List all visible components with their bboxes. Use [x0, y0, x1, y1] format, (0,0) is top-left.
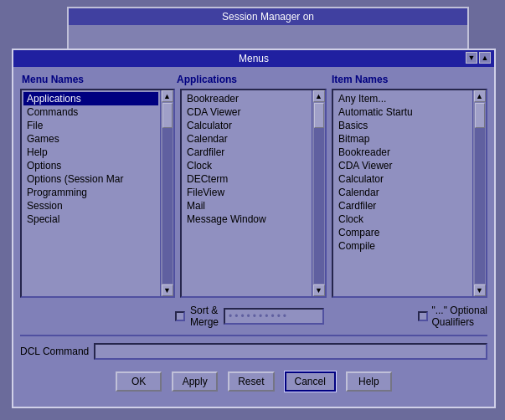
scroll-up-btn[interactable]: ▲ [313, 90, 325, 102]
item-names-header: Item Names [330, 74, 487, 85]
session-manager-titlebar: Session Manager on [69, 8, 467, 25]
applications-header: Applications [175, 74, 330, 85]
help-button[interactable]: Help [346, 371, 392, 392]
list-item[interactable]: Clock [335, 213, 471, 226]
dcl-command-label: DCL Command [20, 346, 89, 357]
item-names-content: Any Item... Automatic Startu Basics Bitm… [333, 90, 472, 296]
scroll-up-btn[interactable]: ▲ [162, 90, 173, 102]
list-item[interactable]: Applications [23, 92, 158, 105]
list-item[interactable]: Session [23, 199, 158, 213]
item-names-scrollbar[interactable]: ▲ ▼ [472, 90, 486, 296]
list-item[interactable]: Message Window [183, 213, 310, 226]
list-item[interactable]: Basics [335, 119, 471, 132]
titlebar-buttons: ▼ ▲ [466, 52, 491, 64]
buttons-row: OK Apply Reset Cancel Help [20, 371, 487, 392]
list-item[interactable]: Automatic Startu [335, 105, 471, 119]
cancel-button[interactable]: Cancel [285, 371, 336, 392]
menu-names-header: Menu Names [20, 74, 175, 85]
list-item[interactable]: Calculator [183, 119, 310, 132]
menus-dialog: Menus ▼ ▲ Menu Names Applications Item N… [12, 49, 496, 408]
applications-list: Bookreader CDA Viewer Calculator Calenda… [180, 89, 327, 298]
list-item[interactable]: CDA Viewer [335, 159, 471, 172]
list-item[interactable]: File [23, 119, 158, 132]
list-item[interactable]: Cardfiler [335, 199, 471, 213]
item-names-panel-inner: Any Item... Automatic Startu Basics Bitm… [333, 90, 486, 296]
list-item[interactable]: Cardfiler [183, 146, 310, 159]
list-item[interactable]: Help [23, 146, 158, 159]
columns-header: Menu Names Applications Item Names [20, 74, 487, 85]
list-item[interactable]: Calendar [183, 132, 310, 146]
menu-names-scrollbar[interactable]: ▲ ▼ [160, 90, 173, 296]
list-item[interactable]: Options (Session Mar [23, 172, 158, 186]
sort-merge-field[interactable]: •••••••••• [224, 308, 324, 325]
list-item[interactable]: Bookreader [335, 146, 471, 159]
optional-qualifiers-label: "..." OptionalQualifiers [431, 305, 487, 328]
scroll-down-btn[interactable]: ▼ [162, 284, 173, 296]
list-item[interactable]: Calendar [335, 186, 471, 199]
menus-content: Menu Names Applications Item Names Appli… [13, 67, 494, 405]
menus-title: Menus [239, 53, 269, 64]
list-item[interactable]: Games [23, 132, 158, 146]
sort-merge-checkbox[interactable] [175, 311, 185, 321]
menu-names-content: Applications Commands File Games Help Op… [22, 90, 160, 296]
scroll-up-btn[interactable]: ▲ [474, 90, 486, 102]
list-item[interactable]: Mail [183, 199, 310, 213]
list-item[interactable]: Options [23, 159, 158, 172]
menu-names-panel-inner: Applications Commands File Games Help Op… [22, 90, 173, 296]
list-item[interactable]: Bookreader [183, 92, 310, 105]
list-item[interactable]: CDA Viewer [183, 105, 310, 119]
list-item[interactable]: Clock [183, 159, 310, 172]
menu-names-list: Applications Commands File Games Help Op… [20, 89, 175, 298]
list-item[interactable]: Commands [23, 105, 158, 119]
list-item[interactable]: Calculator [335, 172, 471, 186]
list-item[interactable]: Special [23, 213, 158, 226]
scroll-thumb[interactable] [162, 103, 173, 128]
scroll-track [314, 103, 324, 284]
columns-area: Applications Commands File Games Help Op… [20, 89, 487, 298]
scroll-track [162, 103, 173, 284]
list-item[interactable]: Any Item... [335, 92, 471, 105]
list-item[interactable]: FileView [183, 186, 310, 199]
dcl-command-row: DCL Command [20, 343, 487, 360]
sort-merge-area: Sort &Merge •••••••••• [175, 305, 324, 328]
applications-panel-inner: Bookreader CDA Viewer Calculator Calenda… [182, 90, 325, 296]
scroll-down-btn[interactable]: ▼ [474, 284, 486, 296]
reset-button[interactable]: Reset [228, 371, 274, 392]
sort-merge-row: Sort &Merge •••••••••• "..." OptionalQua… [20, 305, 487, 328]
list-item[interactable]: Bitmap [335, 132, 471, 146]
applications-scrollbar[interactable]: ▲ ▼ [312, 90, 325, 296]
maximize-button[interactable]: ▲ [479, 52, 491, 64]
list-item[interactable]: Compile [335, 239, 471, 253]
scroll-thumb[interactable] [314, 103, 324, 128]
minimize-button[interactable]: ▼ [466, 52, 477, 64]
list-item[interactable]: Compare [335, 226, 471, 239]
sort-merge-label: Sort &Merge [190, 305, 219, 328]
list-item[interactable]: DECterm [183, 172, 310, 186]
menus-titlebar: Menus ▼ ▲ [13, 50, 494, 67]
scroll-thumb[interactable] [475, 103, 485, 128]
list-item[interactable]: Programming [23, 186, 158, 199]
session-manager-title: Session Manager on [222, 11, 314, 23]
ok-button[interactable]: OK [116, 371, 162, 392]
item-names-list: Any Item... Automatic Startu Basics Bitm… [332, 89, 487, 298]
optional-qualifiers-area: "..." OptionalQualifiers [418, 305, 487, 328]
dcl-command-input[interactable] [94, 343, 487, 360]
optional-qualifiers-checkbox[interactable] [418, 311, 428, 321]
separator [20, 335, 487, 336]
applications-content: Bookreader CDA Viewer Calculator Calenda… [182, 90, 312, 296]
scroll-track [475, 103, 485, 284]
scroll-down-btn[interactable]: ▼ [313, 284, 325, 296]
apply-button[interactable]: Apply [172, 371, 218, 392]
